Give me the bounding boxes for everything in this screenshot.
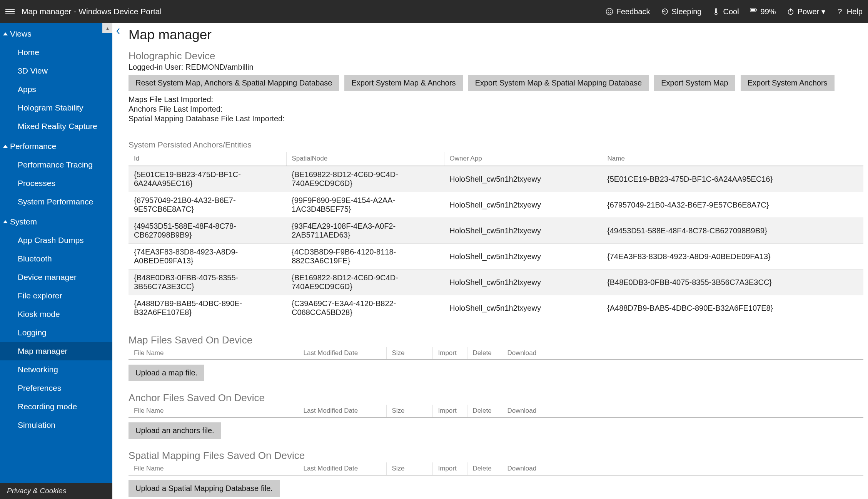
page-title: Map manager bbox=[124, 27, 868, 50]
table-row: {67957049-21B0-4A32-B6E7-9E57CB6E8A7C}{9… bbox=[129, 192, 863, 218]
export-anchors-button[interactable]: Export System Anchors bbox=[741, 75, 835, 91]
cell-id: {74EA3F83-83D8-4923-A8D9-A0BEDE09FA13} bbox=[129, 244, 286, 270]
col-size: Size bbox=[386, 347, 432, 360]
map-files-heading: Map Files Saved On Device bbox=[129, 334, 863, 346]
sidebar-item-apps[interactable]: Apps bbox=[0, 80, 112, 99]
cell-spatial: {C39A69C7-E3A4-4120-B822-C068CCA5BD28} bbox=[286, 295, 444, 321]
scroll-up-icon[interactable]: ▴ bbox=[102, 23, 112, 33]
spatial-files-table: File Name Last Modified Date Size Import… bbox=[129, 462, 863, 476]
sidebar-item-simulation[interactable]: Simulation bbox=[0, 416, 112, 434]
col-delete: Delete bbox=[467, 347, 502, 360]
sleeping-status[interactable]: Sleeping bbox=[661, 7, 702, 16]
sidebar-item-logging[interactable]: Logging bbox=[0, 323, 112, 342]
svg-rect-3 bbox=[716, 8, 717, 13]
cell-name: {A488D7B9-BAB5-4DBC-890E-B32A6FE107E8} bbox=[602, 295, 863, 321]
caret-up-icon bbox=[3, 32, 8, 35]
power-button[interactable]: Power ▾ bbox=[787, 7, 825, 16]
feedback-label: Feedback bbox=[616, 7, 650, 16]
sidebar-item-system-performance[interactable]: System Performance bbox=[0, 193, 112, 211]
anchors-heading: System Persisted Anchors/Entities bbox=[129, 140, 863, 149]
cell-name: {B48E0DB3-0FBB-4075-8355-3B56C7A3E3CC} bbox=[602, 270, 863, 295]
sidebar-item-device-manager[interactable]: Device manager bbox=[0, 268, 112, 286]
thermometer-icon bbox=[712, 8, 720, 15]
spatial-files-heading: Spatial Mapping Files Saved On Device bbox=[129, 450, 863, 462]
col-import: Import bbox=[432, 405, 467, 417]
sidebar-item-processes[interactable]: Processes bbox=[0, 174, 112, 193]
table-row: {74EA3F83-83D8-4923-A8D9-A0BEDE09FA13}{4… bbox=[129, 244, 863, 270]
cell-id: {5E01CE19-BB23-475D-BF1C-6A24AA95EC16} bbox=[129, 166, 286, 192]
battery-status[interactable]: 99% bbox=[750, 7, 776, 16]
window-title: Map manager - Windows Device Portal bbox=[22, 7, 162, 16]
sidebar-item-networking[interactable]: Networking bbox=[0, 360, 112, 379]
sidebar-item-hologram-stability[interactable]: Hologram Stability bbox=[0, 99, 112, 117]
battery-label: 99% bbox=[761, 7, 776, 16]
col-file-name: File Name bbox=[129, 462, 298, 475]
cell-name: {49453D51-588E-48F4-8C78-CB627098B9B9} bbox=[602, 218, 863, 244]
cell-id: {A488D7B9-BAB5-4DBC-890E-B32A6FE107E8} bbox=[129, 295, 286, 321]
cool-status[interactable]: Cool bbox=[712, 7, 739, 16]
export-map-button[interactable]: Export System Map bbox=[654, 75, 735, 91]
col-download: Download bbox=[502, 347, 863, 360]
anchor-files-table: File Name Last Modified Date Size Import… bbox=[129, 405, 863, 418]
cell-spatial: {99F9F690-9E9E-4154-A2AA-1AC3D4B5EF75} bbox=[286, 192, 444, 218]
sidebar-item-3d-view[interactable]: 3D View bbox=[0, 62, 112, 80]
col-delete: Delete bbox=[467, 462, 502, 475]
upload-map-button[interactable]: Upload a map file. bbox=[129, 365, 204, 381]
col-lmd: Last Modified Date bbox=[298, 405, 386, 417]
col-name: Name bbox=[602, 152, 863, 166]
col-spatial: SpatialNode bbox=[286, 152, 444, 166]
upload-anchors-button[interactable]: Upload an anchors file. bbox=[129, 422, 221, 439]
help-button[interactable]: ? Help bbox=[836, 7, 863, 16]
sidebar-item-kiosk-mode[interactable]: Kiosk mode bbox=[0, 305, 112, 323]
anchors-last-imported: Anchors File Last Imported: bbox=[129, 105, 863, 114]
cell-owner: HoloShell_cw5n1h2txyewy bbox=[444, 295, 602, 321]
cell-id: {49453D51-588E-48F4-8C78-CB627098B9B9} bbox=[129, 218, 286, 244]
col-delete: Delete bbox=[467, 405, 502, 417]
cell-name: {5E01CE19-BB23-475D-BF1C-6A24AA95EC16} bbox=[602, 166, 863, 192]
export-map-spatial-button[interactable]: Export System Map & Spatial Mapping Data… bbox=[468, 75, 649, 91]
history-icon bbox=[661, 8, 669, 15]
logged-in-user: Logged-in User: REDMOND/ambillin bbox=[129, 63, 863, 72]
sidebar-item-file-explorer[interactable]: File explorer bbox=[0, 286, 112, 305]
sidebar-item-map-manager[interactable]: Map manager bbox=[0, 342, 112, 360]
privacy-link[interactable]: Privacy & Cookies bbox=[0, 483, 112, 499]
reset-button[interactable]: Reset System Map, Anchors & Spatial Mapp… bbox=[129, 75, 339, 91]
sidebar-section-label: Views bbox=[10, 29, 32, 39]
sidebar-item-performance-tracing[interactable]: Performance Tracing bbox=[0, 156, 112, 174]
col-import: Import bbox=[432, 462, 467, 475]
export-map-anchors-button[interactable]: Export System Map & Anchors bbox=[344, 75, 462, 91]
col-size: Size bbox=[386, 462, 432, 475]
sidebar-item-home[interactable]: Home bbox=[0, 43, 112, 62]
sidebar: ViewsHome3D ViewAppsHologram StabilityMi… bbox=[0, 23, 112, 499]
sidebar-item-recording-mode[interactable]: Recording mode bbox=[0, 397, 112, 416]
svg-point-2 bbox=[610, 10, 611, 11]
sidebar-item-bluetooth[interactable]: Bluetooth bbox=[0, 250, 112, 268]
collapse-sidebar-button[interactable] bbox=[112, 25, 124, 37]
cell-name: {74EA3F83-83D8-4923-A8D9-A0BEDE09FA13} bbox=[602, 244, 863, 270]
sidebar-scrollbar[interactable]: ▴ ▾ bbox=[102, 23, 112, 499]
cell-owner: HoloShell_cw5n1h2txyewy bbox=[444, 244, 602, 270]
sidebar-section-performance[interactable]: Performance bbox=[0, 136, 112, 156]
upload-spatial-button[interactable]: Upload a Spatial Mapping Database file. bbox=[129, 480, 280, 497]
cell-owner: HoloShell_cw5n1h2txyewy bbox=[444, 192, 602, 218]
power-label: Power ▾ bbox=[798, 7, 825, 16]
sidebar-section-system[interactable]: System bbox=[0, 211, 112, 231]
help-label: Help bbox=[847, 7, 863, 16]
sidebar-section-views[interactable]: Views bbox=[0, 23, 112, 43]
cell-owner: HoloShell_cw5n1h2txyewy bbox=[444, 218, 602, 244]
cool-label: Cool bbox=[723, 7, 739, 16]
map-files-table: File Name Last Modified Date Size Import… bbox=[129, 347, 863, 360]
spatial-last-imported: Spatial Mapping Database File Last Impor… bbox=[129, 114, 863, 123]
cell-id: {B48E0DB3-0FBB-4075-8355-3B56C7A3E3CC} bbox=[129, 270, 286, 295]
top-bar: Map manager - Windows Device Portal Feed… bbox=[0, 0, 868, 23]
col-lmd: Last Modified Date bbox=[298, 347, 386, 360]
sidebar-item-app-crash-dumps[interactable]: App Crash Dumps bbox=[0, 231, 112, 250]
sidebar-item-mixed-reality-capture[interactable]: Mixed Reality Capture bbox=[0, 117, 112, 136]
cell-spatial: {4CD3B8D9-F9B6-4120-8118-882C3A6C19FE} bbox=[286, 244, 444, 270]
col-download: Download bbox=[502, 405, 863, 417]
hamburger-icon[interactable] bbox=[5, 7, 15, 16]
cell-name: {67957049-21B0-4A32-B6E7-9E57CB6E8A7C} bbox=[602, 192, 863, 218]
sidebar-item-preferences[interactable]: Preferences bbox=[0, 379, 112, 397]
power-icon bbox=[787, 8, 795, 15]
feedback-button[interactable]: Feedback bbox=[606, 7, 650, 16]
